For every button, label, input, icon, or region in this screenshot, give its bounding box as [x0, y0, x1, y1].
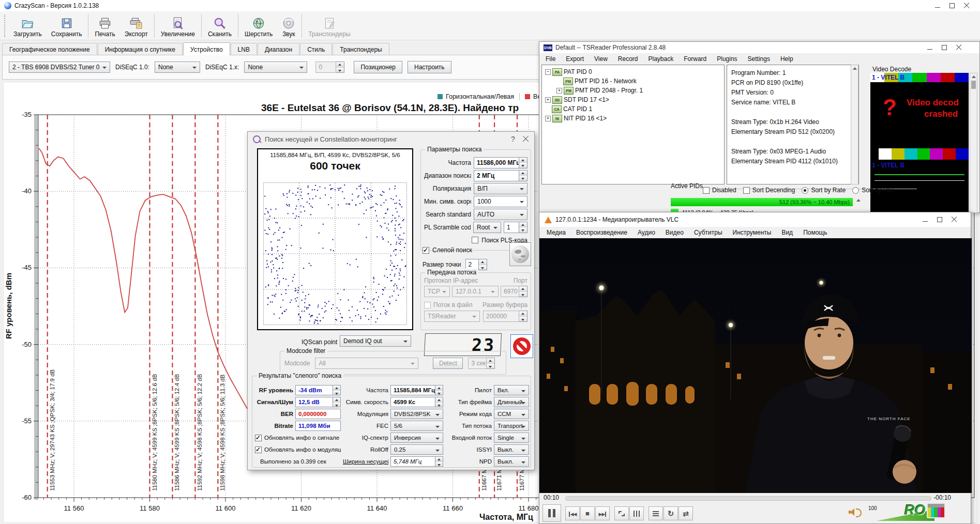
- min-symbol-rate-select[interactable]: 1000: [474, 196, 527, 207]
- tab-5[interactable]: Диапазон: [258, 43, 299, 55]
- tuner-select[interactable]: 2 - TBS 6908 DVBS/S2 Tuner 0: [9, 61, 110, 73]
- toolbar-button-print[interactable]: Печать: [90, 13, 119, 39]
- vlc-menu-4[interactable]: Видео: [660, 227, 689, 238]
- tsreader-menu-5[interactable]: Playback: [643, 54, 679, 64]
- seek-bar[interactable]: [565, 496, 931, 501]
- tab-1[interactable]: Географическое положение: [2, 43, 97, 55]
- vlc-maximize-icon[interactable]: [937, 217, 943, 223]
- iqscan-select[interactable]: Demod IQ out: [340, 335, 411, 347]
- tsreader-close-icon[interactable]: [956, 44, 962, 51]
- snr-stepper[interactable]: 12,5 dB: [295, 397, 341, 407]
- polarization-select[interactable]: В/П: [474, 183, 527, 194]
- tree-item-5[interactable]: CACAT PID 1: [542, 104, 724, 114]
- symbol-rate-stepper[interactable]: 4599 Кс: [390, 397, 443, 407]
- tsreader-minimize-icon[interactable]: [927, 44, 933, 51]
- scroll-up-icon[interactable]: [852, 66, 857, 71]
- sort-by-rate-radio[interactable]: [802, 187, 808, 194]
- random-button[interactable]: [679, 506, 693, 520]
- toolbar-button-export[interactable]: Экспорт: [120, 13, 153, 39]
- tsreader-menu-2[interactable]: Export: [561, 54, 589, 64]
- rolloff-select[interactable]: 0.25: [390, 444, 443, 455]
- vlc-menu-1[interactable]: Медиа: [541, 227, 571, 238]
- tab-3[interactable]: Устройство: [183, 42, 230, 55]
- tab-6[interactable]: Стиль: [300, 43, 332, 55]
- tab-4[interactable]: LNB: [231, 43, 257, 55]
- playlist-button[interactable]: [649, 506, 663, 520]
- tsreader-menu-1[interactable]: File: [540, 54, 561, 64]
- tsreader-menu-6[interactable]: Forward: [679, 54, 712, 64]
- sort-descending-checkbox[interactable]: [743, 187, 750, 194]
- code-mode-select[interactable]: CCM: [494, 409, 529, 419]
- update-signal-checkbox[interactable]: [255, 435, 262, 441]
- vlc-menu-7[interactable]: Вид: [776, 227, 798, 238]
- vlc-menu-2[interactable]: Воспроизведение: [571, 227, 632, 238]
- vlc-menu-5[interactable]: Субтитры: [689, 227, 728, 238]
- collapse-icon[interactable]: −: [545, 69, 551, 75]
- extended-settings-button[interactable]: [629, 506, 644, 520]
- diseqc10-select[interactable]: None: [155, 61, 200, 73]
- update-modulation-checkbox[interactable]: [255, 446, 262, 453]
- toolbar-button-load[interactable]: Загрузить: [9, 13, 47, 39]
- stream-type-select[interactable]: Transport: [494, 421, 529, 431]
- toolbar-button-save[interactable]: Сохранить: [47, 13, 87, 39]
- sort-by-pid-radio[interactable]: [852, 187, 859, 194]
- tsreader-menu-7[interactable]: Plugins: [712, 54, 742, 64]
- toolbar-button-transponders[interactable]: Транспондеры: [304, 13, 355, 39]
- tsreader-menu-9[interactable]: Help: [775, 54, 798, 64]
- video-decode-scrollbar[interactable]: [970, 73, 977, 213]
- maximize-icon[interactable]: [949, 3, 955, 9]
- pause-button[interactable]: [542, 504, 561, 522]
- vlc-menu-3[interactable]: Аудио: [632, 227, 660, 238]
- toolbar-button-sound[interactable]: Звук: [277, 13, 300, 39]
- result-frequency-stepper[interactable]: 11585,884 МГц: [390, 385, 443, 395]
- next-button[interactable]: [595, 506, 610, 520]
- previous-button[interactable]: [565, 506, 580, 520]
- carrier-width-label[interactable]: Ширина несущей: [343, 458, 388, 465]
- pilot-select[interactable]: Вкл.: [494, 385, 529, 395]
- stream-to-file-checkbox[interactable]: [424, 302, 431, 309]
- stop-button[interactable]: [580, 506, 595, 520]
- tree-item-4[interactable]: +SDSDT PID 17 <1>: [542, 95, 724, 104]
- detect-interval-stepper[interactable]: 3 сек: [468, 358, 495, 369]
- positioner-button[interactable]: Позиционер: [354, 61, 402, 73]
- detect-button[interactable]: Detect: [433, 358, 463, 369]
- iq-spectrum-select[interactable]: Инверсия: [390, 433, 443, 443]
- vlc-minimize-icon[interactable]: [922, 217, 928, 223]
- pl-scramble-mode-select[interactable]: Root: [473, 222, 501, 233]
- tab-2[interactable]: Информация о спутнике: [98, 43, 183, 55]
- port-stepper[interactable]: 6970: [501, 286, 527, 297]
- protocol-select[interactable]: TCP: [424, 286, 450, 297]
- tree-item-1[interactable]: −PAPAT PID 0: [542, 67, 724, 76]
- toolbar-button-zoom[interactable]: Увеличение: [156, 13, 200, 39]
- disabled-checkbox[interactable]: [703, 187, 710, 194]
- help-icon[interactable]: [508, 135, 518, 143]
- tsreader-menu-3[interactable]: View: [589, 54, 613, 64]
- scroll-up-icon[interactable]: [971, 74, 976, 79]
- stop-button[interactable]: [510, 334, 533, 358]
- tree-item-3[interactable]: +PMPMT PID 2048 - Progr. 1: [542, 86, 724, 95]
- tsreader-menu-8[interactable]: Settings: [743, 54, 775, 64]
- issyi-select[interactable]: Выкл.: [494, 444, 529, 455]
- tab-7[interactable]: Транспондеры: [333, 43, 389, 55]
- input-stream-select[interactable]: Single: [494, 433, 529, 443]
- loop-button[interactable]: [664, 506, 678, 520]
- vlc-close-icon[interactable]: [951, 217, 957, 223]
- expand-icon[interactable]: +: [545, 116, 551, 121]
- buffer-size-stepper[interactable]: 200000: [483, 311, 527, 322]
- modcode-select[interactable]: All: [315, 358, 418, 369]
- globe-button[interactable]: [509, 242, 531, 266]
- vlc-menu-6[interactable]: Инструменты: [728, 227, 777, 238]
- dialog-close-icon[interactable]: [522, 135, 529, 143]
- vlc-menu-8[interactable]: Помощь: [798, 227, 832, 238]
- minimize-icon[interactable]: [934, 3, 941, 9]
- pls-search-checkbox[interactable]: [472, 237, 478, 243]
- fec-select[interactable]: 5/6: [390, 421, 443, 431]
- close-icon[interactable]: [963, 3, 970, 9]
- expand-icon[interactable]: +: [556, 88, 562, 94]
- toolbar-grip[interactable]: [4, 14, 7, 37]
- blind-search-checkbox[interactable]: [423, 247, 429, 254]
- modulation-select[interactable]: DVBS2/8PSK: [390, 409, 443, 419]
- diseqc1x-select[interactable]: None: [244, 61, 307, 73]
- npd-select[interactable]: Выкл.: [494, 456, 529, 467]
- info-scrollbar[interactable]: [851, 65, 858, 184]
